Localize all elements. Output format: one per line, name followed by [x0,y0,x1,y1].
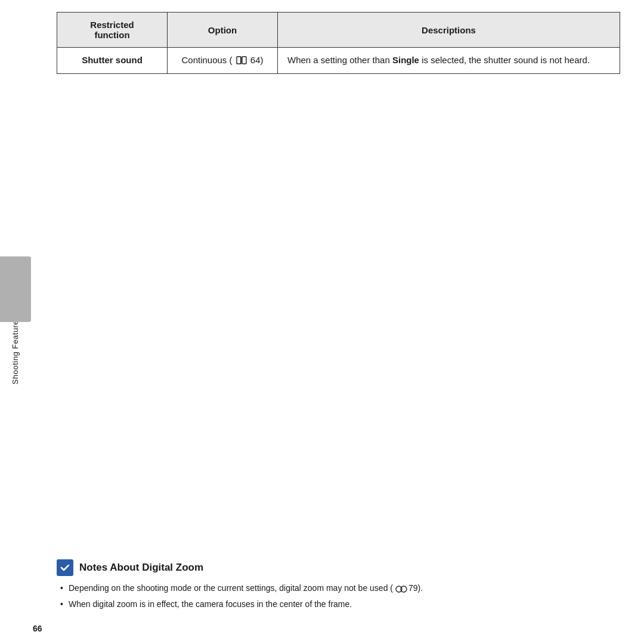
book-icon [236,56,247,66]
cell-description: When a setting other than Single is sele… [278,48,620,74]
page-number: 66 [33,624,42,633]
list-item: Depending on the shooting mode or the cu… [57,582,620,595]
cell-option: Continuous ( 64) [168,48,278,74]
notes-section: Notes About Digital Zoom Depending on th… [57,559,620,614]
svg-rect-0 [237,57,241,64]
side-tab [0,256,31,322]
header-descriptions: Descriptions [278,13,620,48]
notes-list: Depending on the shooting mode or the cu… [57,582,620,611]
main-content: Restrictedfunction Option Descriptions S… [57,12,620,632]
header-option: Option [168,13,278,48]
checkmark-icon [57,559,73,576]
special-ref-icon [395,583,408,595]
vertical-section-label: Shooting Features [11,316,20,385]
header-restricted: Restrictedfunction [57,13,168,48]
svg-rect-1 [242,57,246,64]
table-row: Shutter sound Continuous ( 64) When a se… [57,48,620,74]
notes-title: Notes About Digital Zoom [79,562,203,574]
bold-single: Single [392,55,419,65]
notes-header: Notes About Digital Zoom [57,559,620,576]
list-item: When digital zoom is in effect, the came… [57,598,620,611]
cell-restricted-function: Shutter sound [57,48,168,74]
restrictions-table: Restrictedfunction Option Descriptions S… [57,12,620,74]
